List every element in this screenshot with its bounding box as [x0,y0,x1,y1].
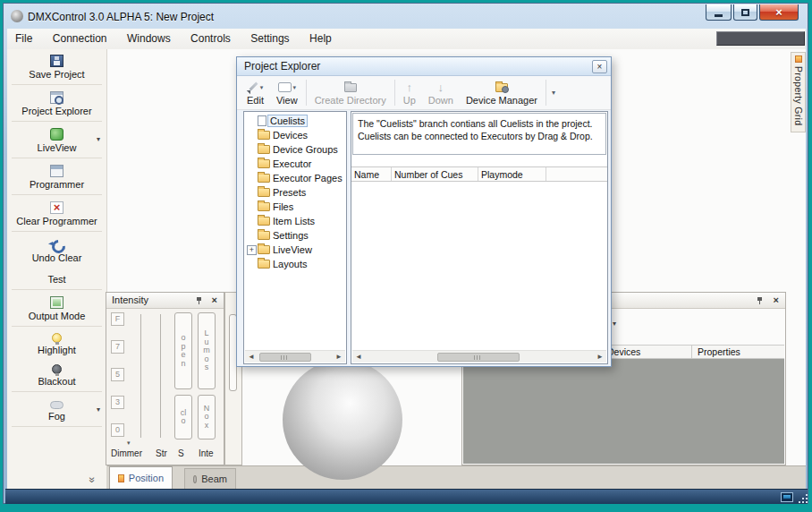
property-grid-tab[interactable]: Property Grid [791,52,806,132]
panel-title-label: Intensity [112,294,148,305]
menu-windows[interactable]: Windows [119,29,179,45]
scroll-right-icon[interactable]: ► [333,351,345,363]
info-text: Cuelists can be connected to Executors b… [358,130,601,142]
toolbar-button-view[interactable]: ▾ View [270,77,304,108]
tree-item-files[interactable]: Files [244,200,346,214]
menu-connection[interactable]: Connection [45,29,115,45]
project-explorer-toolbar: ▾ Edit ▾ View Create Directory ↑ Up [237,76,611,110]
scrollbar-thumb[interactable] [259,353,311,362]
tree-item-device-groups[interactable]: Device Groups [244,142,346,157]
toolbar-button-create-directory[interactable]: Create Directory [309,77,393,108]
fader-button-open[interactable]: open [174,312,192,389]
chevron-down-icon[interactable]: ▾ [97,405,100,414]
highlight-icon [52,333,62,343]
menu-help[interactable]: Help [301,29,340,45]
expander-slot [247,217,257,226]
tree-item-executor-pages[interactable]: Executor Pages [244,171,346,185]
liveview-icon [50,128,63,141]
sidebar-item-fog[interactable]: Fog ▾ [7,393,106,425]
sidebar-item-highlight[interactable]: Highlight [7,328,106,359]
programmer-icon [50,165,63,177]
blackout-icon [52,364,62,374]
maximize-icon [741,9,749,16]
menu-file[interactable]: File [7,29,40,45]
sidebar-item-label: Highlight [9,345,105,355]
sidebar-item-programmer[interactable]: Programmer [7,159,106,193]
close-icon[interactable]: × [212,294,217,305]
divider [12,231,102,232]
sidebar-item-test[interactable]: Test [7,267,106,288]
tree-item-presets[interactable]: Presets [244,185,346,200]
pin-icon[interactable] [756,296,765,305]
intensity-panel-titlebar[interactable]: Intensity × [106,293,224,309]
toolbar-button-edit[interactable]: ▾ Edit [241,77,270,108]
sidebar-item-output-mode[interactable]: Output Mode [7,291,106,325]
divider [12,326,102,327]
close-button[interactable]: × [759,4,799,21]
scrollbar-thumb[interactable] [437,353,520,362]
sidebar-item-save-project[interactable]: Save Project [7,49,106,83]
maximize-button[interactable] [733,4,757,21]
up-arrow-icon: ↑ [406,81,412,94]
minimize-button[interactable] [706,4,732,21]
horizontal-scrollbar[interactable]: ◄ ► [352,350,606,363]
horizontal-scrollbar[interactable]: ◄ ► [245,350,345,363]
properties-column-header[interactable]: Properties [698,346,740,357]
chevron-down-icon[interactable]: ▾ [97,135,100,143]
strobe-fader-track[interactable] [160,314,161,438]
fader-button-nox[interactable]: Nox [198,395,216,439]
tree-item-settings[interactable]: Settings [244,228,346,243]
fader-button-lumos[interactable]: Lumos [198,312,216,389]
resize-grip[interactable] [799,494,800,496]
tree-item-devices[interactable]: Devices [244,128,346,142]
scroll-left-icon[interactable]: ◄ [245,351,258,363]
tree-item-cuelists[interactable]: Cuelists [244,114,346,128]
chevron-down-icon[interactable]: ▾ [127,439,131,447]
sidebar-item-clear-programmer[interactable]: Clear Programmer [7,196,106,230]
folder-icon [258,145,270,154]
close-icon[interactable]: × [774,294,779,305]
expander-slot [247,202,257,212]
dimmer-fader-track[interactable] [140,314,141,438]
project-explorer-window: Project Explorer × ▾ Edit ▾ View Create … [236,56,612,367]
sidebar-item-blackout[interactable]: Blackout [7,359,106,390]
menu-settings[interactable]: Settings [242,29,297,45]
tab-position[interactable]: Position [109,466,173,489]
close-icon[interactable]: × [592,60,607,73]
folder-icon [258,159,270,168]
column-header-number-of-cues[interactable]: Number of Cues [392,167,478,181]
column-header-name[interactable]: Name [351,167,392,181]
chevron-down-icon[interactable]: ▾ [613,320,616,328]
toolbar-button-up[interactable]: ↑ Up [397,77,422,108]
scroll-left-icon[interactable]: ◄ [352,351,365,363]
column-header-playmode[interactable]: Playmode [478,167,546,181]
sidebar-item-undo-clear[interactable]: Undo Clear [7,233,106,267]
window-controls: × [704,4,799,21]
divider [12,426,102,427]
devices-column-header[interactable]: Devices [607,346,640,357]
toolbar-button-down[interactable]: ↓ Down [422,77,460,108]
view-icon [278,82,292,92]
menu-controls[interactable]: Controls [182,29,239,45]
sidebar-item-label: Output Mode [9,311,105,321]
network-interface-icon[interactable] [781,492,793,502]
sidebar-item-project-explorer[interactable]: Project Explorer [7,86,106,120]
tab-beam[interactable]: Beam [184,468,236,489]
pin-icon[interactable] [195,296,204,305]
tree-item-layouts[interactable]: Layouts [244,257,346,271]
tree-item-label: Device Groups [273,144,338,155]
cuelist-table-header: Name Number of Cues Playmode [351,166,607,182]
toolbar-divider [306,80,307,106]
sidebar-item-liveview[interactable]: LiveView ▾ [7,123,106,157]
sidebar-overflow-icon[interactable]: » [86,477,98,483]
project-explorer-titlebar[interactable]: Project Explorer × [237,57,611,76]
fader-button-clo[interactable]: clo [174,395,192,439]
toolbar-button-device-manager[interactable]: Device Manager [460,77,544,108]
docked-panel-placeholder [716,31,805,46]
scroll-right-icon[interactable]: ► [594,351,606,363]
tree-item-liveview[interactable]: + LiveView [244,243,346,257]
expander-plus-icon[interactable]: + [247,245,257,255]
toolbar-overflow-icon[interactable]: ▾ [552,89,555,97]
tree-item-executor[interactable]: Executor [244,157,346,171]
tree-item-item-lists[interactable]: Item Lists [244,214,346,228]
